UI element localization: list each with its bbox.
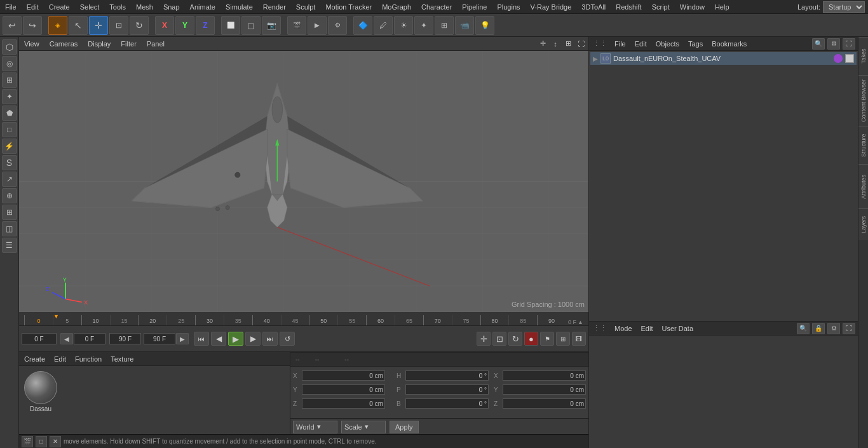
material-texture-btn[interactable]: Texture xyxy=(108,354,136,364)
x-axis-button[interactable]: X xyxy=(155,16,174,35)
status-btn-1[interactable]: 🎬 xyxy=(22,436,33,447)
size-z-input[interactable] xyxy=(503,398,586,409)
tab-layers[interactable]: Layers xyxy=(858,208,868,240)
rot-b-input[interactable] xyxy=(405,398,489,409)
rot-h-input[interactable] xyxy=(405,370,489,381)
deform-button[interactable]: ✦ xyxy=(414,16,433,35)
viewport-menu-panel[interactable]: Panel xyxy=(144,39,167,49)
menu-tools[interactable]: Tools xyxy=(104,2,131,12)
tab-structure[interactable]: Structure xyxy=(858,126,868,164)
move-tool-button[interactable]: ✛ xyxy=(89,16,108,35)
sidebar-btn-6[interactable]: □ xyxy=(2,122,17,137)
viewport-menu-cameras[interactable]: Cameras xyxy=(47,39,81,49)
end-frame-input[interactable] xyxy=(109,333,141,344)
world-dropdown[interactable]: World ▾ xyxy=(293,421,337,433)
menu-help[interactable]: Help xyxy=(710,2,735,12)
play-button[interactable]: ▶ xyxy=(228,332,243,346)
material-create-btn[interactable]: Create xyxy=(22,354,48,364)
menu-window[interactable]: Window xyxy=(675,2,710,12)
prev-frame-button[interactable]: ◀ xyxy=(211,332,226,346)
keys-button[interactable]: ⚑ xyxy=(540,332,554,346)
sidebar-btn-8[interactable]: S xyxy=(2,155,17,170)
obj-mgr-bookmarks[interactable]: Bookmarks xyxy=(709,39,749,49)
menu-mograph[interactable]: MoGraph xyxy=(377,2,416,12)
tab-takes[interactable]: Takes xyxy=(858,37,868,75)
obj-mgr-file[interactable]: File xyxy=(612,39,628,49)
size-y-input[interactable] xyxy=(503,384,586,395)
arrow-right-frame[interactable]: ▶ xyxy=(176,333,189,344)
preview-end-input[interactable] xyxy=(144,333,175,344)
material-edit-btn[interactable]: Edit xyxy=(51,354,69,364)
attr-search[interactable]: 🔍 xyxy=(797,323,810,334)
viewport-menu-filter[interactable]: Filter xyxy=(118,39,139,49)
attr-edit[interactable]: Edit xyxy=(639,323,656,334)
obj-mgr-search[interactable]: 🔍 xyxy=(812,38,825,50)
perspective-button[interactable]: 🔷 xyxy=(353,16,372,35)
undo-button[interactable]: ↩ xyxy=(3,16,22,35)
menu-motion-tracker[interactable]: Motion Tracker xyxy=(320,2,377,12)
layout-dropdown[interactable]: Startup xyxy=(823,1,865,13)
menu-animate[interactable]: Animate xyxy=(185,2,220,12)
obj-mgr-settings[interactable]: ⚙ xyxy=(827,38,840,50)
material-item-dassau[interactable]: Dassau xyxy=(24,371,57,429)
arrow-left-frame[interactable]: ◀ xyxy=(60,333,73,344)
apply-button[interactable]: Apply xyxy=(390,421,419,433)
menu-mesh[interactable]: Mesh xyxy=(131,2,158,12)
viewport-menu-view[interactable]: View xyxy=(22,39,42,49)
sidebar-btn-1[interactable]: ⬡ xyxy=(2,39,17,55)
loop-button[interactable]: ↺ xyxy=(280,332,295,346)
tab-content-browser[interactable]: Content Browser xyxy=(858,75,868,126)
next-frame-button[interactable]: ▶ xyxy=(245,332,261,346)
material-function-btn[interactable]: Function xyxy=(72,354,104,364)
menu-pipeline[interactable]: Pipeline xyxy=(457,2,492,12)
menu-create[interactable]: Create xyxy=(44,2,75,12)
viewport-ctrl-3[interactable]: ⊞ xyxy=(563,39,573,49)
obj-mgr-edit[interactable]: Edit xyxy=(632,39,649,49)
attr-settings[interactable]: ⚙ xyxy=(827,323,840,334)
sidebar-btn-2[interactable]: ◎ xyxy=(2,56,17,71)
sidebar-btn-7[interactable]: ⚡ xyxy=(2,139,17,154)
rotate-tool-tl[interactable]: ↻ xyxy=(508,332,522,346)
scale-tool-tl[interactable]: ⊡ xyxy=(492,332,506,346)
menu-plugins[interactable]: Plugins xyxy=(492,2,525,12)
menu-vray[interactable]: V-Ray Bridge xyxy=(526,2,577,12)
obj-render-dot[interactable] xyxy=(845,54,854,63)
sidebar-btn-4[interactable]: ✦ xyxy=(2,89,17,104)
grid-button[interactable]: ⊞ xyxy=(435,16,454,35)
attr-maximize[interactable]: ⛶ xyxy=(843,323,855,334)
sidebar-btn-9[interactable]: ↗ xyxy=(2,172,17,187)
attr-mode[interactable]: Mode xyxy=(612,323,635,334)
start-frame-input[interactable] xyxy=(74,333,105,344)
pos-y-input[interactable] xyxy=(302,384,385,395)
camera-toggle-button[interactable]: 📹 xyxy=(455,16,474,35)
menu-snap[interactable]: Snap xyxy=(158,2,185,12)
render-button[interactable]: ▶ xyxy=(308,16,327,35)
menu-render[interactable]: Render xyxy=(258,2,291,12)
sidebar-btn-10[interactable]: ⊕ xyxy=(2,188,17,203)
settings-tl[interactable]: 🎞 xyxy=(572,332,586,346)
record-button[interactable]: ● xyxy=(524,332,538,346)
object-item-dassault[interactable]: ▶ L0 Dassault_nEUROn_Stealth_UCAV xyxy=(590,52,857,65)
redo-button[interactable]: ↪ xyxy=(23,16,42,35)
move-tool-tl[interactable]: ✛ xyxy=(477,332,491,346)
tab-attributes[interactable]: Attributes xyxy=(858,164,868,208)
render-view-button[interactable]: 🎬 xyxy=(287,16,306,35)
obj-mgr-maximize[interactable]: ⛶ xyxy=(843,38,855,50)
menu-3dtoall[interactable]: 3DToAll xyxy=(576,2,611,12)
status-btn-2[interactable]: □ xyxy=(36,436,47,447)
null-button[interactable]: ◻ xyxy=(241,16,261,35)
scale-dropdown[interactable]: Scale ▾ xyxy=(341,421,386,433)
attr-user-data[interactable]: User Data xyxy=(660,323,696,334)
sidebar-btn-12[interactable]: ◫ xyxy=(2,221,17,236)
viewport-ctrl-2[interactable]: ↕ xyxy=(550,39,560,49)
model-mode-button[interactable]: ◈ xyxy=(48,16,67,35)
go-to-end-button[interactable]: ⏭ xyxy=(262,332,278,346)
menu-edit[interactable]: Edit xyxy=(22,2,44,12)
obj-mgr-tags[interactable]: Tags xyxy=(686,39,705,49)
grid-tl[interactable]: ⊞ xyxy=(556,332,570,346)
paint-tool-button[interactable]: 🖊 xyxy=(374,16,393,35)
go-to-start-button[interactable]: ⏮ xyxy=(194,332,209,346)
menu-character[interactable]: Character xyxy=(416,2,457,12)
viewport-maximize[interactable]: ⛶ xyxy=(576,39,586,49)
obj-visibility-dot[interactable] xyxy=(834,54,843,63)
